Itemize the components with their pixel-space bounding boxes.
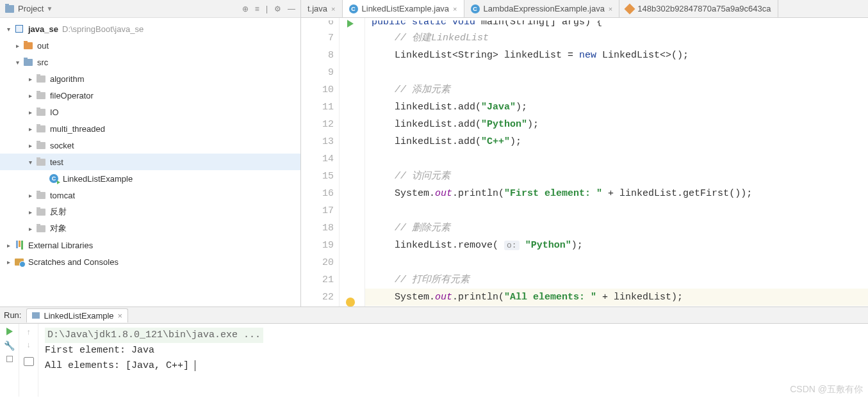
folder-icon [24, 59, 33, 66]
tree-node-src[interactable]: ▾ src [0, 54, 300, 70]
libraries-icon [16, 241, 23, 250]
folder-icon [37, 142, 45, 149]
chevron-down-icon[interactable]: ▾ [4, 26, 13, 33]
intention-bulb-icon[interactable] [346, 298, 355, 306]
up-arrow-icon[interactable]: ↑ [27, 328, 31, 337]
folder-icon [37, 209, 45, 216]
project-panel: Project ▼ ⊕ ≡ | ⚙ — ▾ java_se D:\springB… [0, 0, 301, 306]
close-icon[interactable]: × [453, 5, 457, 13]
class-icon: C [49, 174, 58, 183]
chevron-down-icon[interactable]: ▾ [13, 59, 22, 66]
tree-node-socket[interactable]: ▸ socket [0, 137, 300, 154]
close-icon[interactable]: × [118, 311, 123, 321]
editor-panel: t.java × C LinkedListExample.java × C La… [301, 0, 868, 306]
tree-node-test[interactable]: ▾ test [0, 154, 300, 170]
tree-node-reflect[interactable]: ▸ 反射 [0, 203, 300, 220]
folder-icon [37, 159, 45, 166]
rerun-icon[interactable] [6, 328, 13, 335]
tab-hash[interactable]: 148b302b92847870a75a9a9c643ca [619, 0, 778, 18]
hide-panel-icon[interactable]: — [288, 4, 295, 13]
chevron-right-icon[interactable]: ▸ [4, 242, 13, 249]
runnable-badge-icon [57, 180, 60, 184]
cursor [189, 360, 195, 371]
tree-node-linkedlistexample[interactable]: C LinkedListExample [0, 170, 300, 187]
console-line: First element: Java [45, 343, 862, 358]
tree-node-object[interactable]: ▸ 对象 [0, 220, 300, 237]
console-command: D:\Java\jdk1.8.0_121\bin\java.exe ... [45, 328, 263, 343]
tree-root[interactable]: ▾ java_se D:\springBoot\java_se [0, 20, 300, 37]
tree-label: algorithm [50, 74, 84, 84]
dropdown-arrow-icon[interactable]: ▼ [46, 5, 53, 12]
gutter-icons [340, 18, 365, 306]
tree-node-tomcat[interactable]: ▸ tomcat [0, 187, 300, 203]
chevron-down-icon[interactable]: ▾ [26, 159, 35, 166]
tab-label: 148b302b92847870a75a9a9c643ca [637, 4, 771, 13]
tree-label: out [37, 41, 49, 51]
tree-label: test [50, 157, 63, 167]
chevron-right-icon[interactable]: ▸ [26, 192, 35, 199]
console-line: All elements: [Java, C++] [45, 360, 189, 371]
wrench-icon[interactable]: 🔧 [4, 340, 15, 351]
run-gutter-icon[interactable] [347, 20, 354, 28]
tree-label: fileOperator [50, 91, 94, 100]
close-icon[interactable]: × [331, 5, 335, 13]
project-panel-title[interactable]: Project [18, 4, 44, 13]
folder-icon [37, 109, 45, 116]
project-icon [5, 5, 14, 13]
class-icon: C [471, 4, 480, 13]
run-toolbar: 🔧 [0, 324, 19, 397]
layout-icon[interactable] [6, 356, 13, 362]
run-tab-label: LinkedListExample [44, 311, 113, 321]
chevron-right-icon[interactable]: ▸ [13, 42, 22, 49]
run-tab[interactable]: LinkedListExample × [26, 308, 128, 322]
scratches-icon [15, 259, 24, 266]
tree-label: multi_threaded [50, 124, 105, 134]
tree-label: Scratches and Consoles [28, 257, 119, 267]
collapse-tree-icon[interactable]: ≡ [255, 4, 259, 13]
tree-node-out[interactable]: ▸ out [0, 37, 300, 54]
tree-path: D:\springBoot\java_se [62, 24, 143, 34]
tab-label: LinkedListExample.java [362, 4, 450, 13]
tree-label: tomcat [50, 191, 75, 200]
project-tree[interactable]: ▾ java_se D:\springBoot\java_se ▸ out ▾ … [0, 18, 300, 306]
tree-label: 反射 [50, 206, 67, 218]
chevron-right-icon[interactable]: ▸ [26, 225, 35, 232]
select-opened-icon[interactable]: ⊕ [242, 4, 249, 13]
tree-node-multithreaded[interactable]: ▸ multi_threaded [0, 120, 300, 137]
run-label: Run: [4, 310, 21, 320]
chevron-right-icon[interactable]: ▸ [26, 209, 35, 216]
chevron-right-icon[interactable]: ▸ [26, 142, 35, 149]
tab-linkedlistexample[interactable]: C LinkedListExample.java × [343, 0, 464, 18]
folder-icon [37, 225, 45, 232]
tab-tjava[interactable]: t.java × [301, 0, 343, 18]
down-arrow-icon[interactable]: ↓ [27, 340, 31, 349]
tree-label: 对象 [50, 223, 67, 234]
tree-scratches[interactable]: ▸ Scratches and Consoles [0, 253, 300, 270]
tab-lambdaexpressionexample[interactable]: C LambdaExpressionExample.java × [464, 0, 620, 18]
class-icon: C [349, 4, 358, 13]
folder-icon [37, 125, 45, 132]
run-nav: ↑ ↓ [19, 324, 38, 397]
tree-node-algorithm[interactable]: ▸ algorithm [0, 70, 300, 87]
close-icon[interactable]: × [609, 5, 612, 13]
gear-icon[interactable]: ⚙ [274, 4, 281, 13]
tree-node-io[interactable]: ▸ IO [0, 104, 300, 120]
chevron-right-icon[interactable]: ▸ [26, 76, 35, 83]
run-config-icon [32, 312, 40, 319]
tree-external-libraries[interactable]: ▸ External Libraries [0, 237, 300, 253]
line-gutter: 678910111213141516171819202122 [301, 18, 340, 306]
tree-node-fileoperator[interactable]: ▸ fileOperator [0, 87, 300, 104]
tree-label: LinkedListExample [63, 174, 133, 184]
folder-icon [24, 42, 33, 49]
code-editor[interactable]: 678910111213141516171819202122 public st… [301, 18, 868, 306]
project-panel-header: Project ▼ ⊕ ≡ | ⚙ — [0, 0, 300, 18]
chevron-right-icon[interactable]: ▸ [26, 109, 35, 116]
soft-wrap-icon[interactable] [24, 357, 34, 366]
console-output[interactable]: D:\Java\jdk1.8.0_121\bin\java.exe ... Fi… [38, 324, 868, 397]
folder-icon [37, 76, 45, 83]
divider-icon: | [266, 4, 268, 13]
code-content[interactable]: public static void main(String[] args) {… [365, 18, 868, 306]
chevron-right-icon[interactable]: ▸ [26, 92, 35, 99]
chevron-right-icon[interactable]: ▸ [4, 259, 13, 266]
chevron-right-icon[interactable]: ▸ [26, 125, 35, 132]
